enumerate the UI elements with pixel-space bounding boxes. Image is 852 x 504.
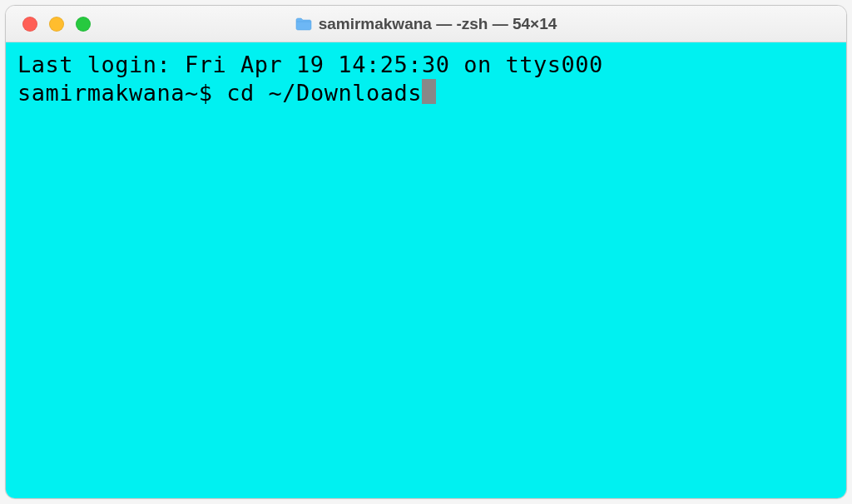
terminal-body[interactable]: Last login: Fri Apr 19 14:25:30 on ttys0…	[6, 42, 846, 498]
window-title: samirmakwana — -zsh — 54×14	[319, 15, 557, 33]
prompt-line: samirmakwana~$ cd ~/Downloads	[17, 79, 835, 107]
traffic-lights	[6, 17, 91, 32]
close-button[interactable]	[22, 17, 37, 32]
terminal-window: samirmakwana — -zsh — 54×14 Last login: …	[5, 5, 847, 499]
minimize-button[interactable]	[49, 17, 64, 32]
maximize-button[interactable]	[76, 17, 91, 32]
title-center: samirmakwana — -zsh — 54×14	[6, 15, 846, 33]
folder-icon	[295, 17, 312, 31]
command-text: cd ~/Downloads	[226, 79, 422, 107]
last-login-line: Last login: Fri Apr 19 14:25:30 on ttys0…	[17, 51, 835, 79]
shell-prompt: samirmakwana~$	[17, 79, 226, 107]
cursor	[422, 79, 436, 104]
window-titlebar: samirmakwana — -zsh — 54×14	[6, 6, 846, 42]
